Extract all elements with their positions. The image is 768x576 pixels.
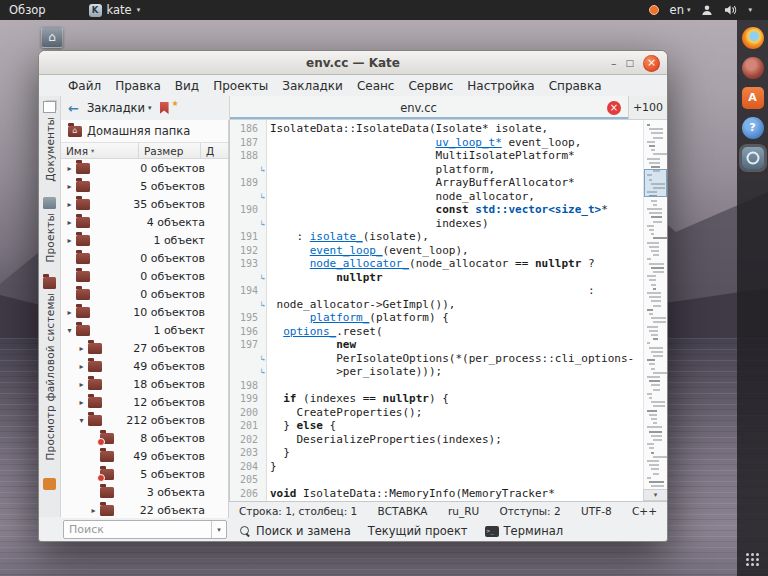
expander-icon[interactable]: ▸ [64, 164, 75, 173]
tree-row[interactable]: ▸12 объектов [61, 393, 228, 411]
menu-item[interactable]: Правка [108, 77, 168, 95]
code-line [270, 473, 643, 487]
menu-item[interactable]: Справка [542, 77, 609, 95]
tree-row[interactable]: ▸35 объектов [61, 195, 228, 213]
tab-close-icon[interactable] [607, 101, 621, 115]
settings-dock-icon[interactable] [742, 147, 764, 169]
expander-icon[interactable]: ▾ [76, 416, 87, 425]
toolview-extra-icon[interactable] [43, 478, 56, 490]
menu-item[interactable]: Проекты [206, 77, 275, 95]
menu-item[interactable]: Сеанс [350, 77, 402, 95]
tree-row[interactable]: 0 объектов [61, 285, 228, 303]
expander-icon[interactable]: ▸ [64, 308, 75, 317]
software-dock-icon[interactable] [742, 87, 764, 109]
app-menu-button[interactable]: kate ▾ [81, 0, 149, 20]
insert-mode[interactable]: ВСТАВКА [378, 505, 428, 517]
keyboard-layout-button[interactable]: en ▾ [670, 3, 691, 17]
filter-input[interactable]: Поиск [63, 520, 227, 539]
menu-item[interactable]: Сервис [401, 77, 460, 95]
tree-row[interactable]: ▸22 объекта [61, 501, 228, 518]
bookmarks-menu-button[interactable]: Закладки ▾ [87, 101, 152, 115]
tab-overflow-button[interactable]: +100 [629, 96, 667, 119]
expander-icon[interactable]: ▸ [64, 182, 75, 191]
desktop-home-icon[interactable] [41, 27, 63, 48]
code-area[interactable]: IsolateData::IsolateData(Isolate* isolat… [267, 120, 643, 501]
highlight-mode[interactable]: C++ [632, 505, 657, 517]
menu-item[interactable]: Настройка [460, 77, 541, 95]
minimap-line [649, 162, 660, 164]
editor[interactable]: 186187188↳189↳190↳191192193↳194↳19519619… [229, 120, 667, 501]
tree-row[interactable]: ▸1 объект [61, 231, 228, 249]
maximize-button[interactable]: □ [625, 59, 634, 68]
minimap-line [647, 376, 660, 378]
current-project-label: Текущий проект [368, 524, 468, 538]
tree-row[interactable]: ▾212 объектов [61, 411, 228, 429]
user-icon[interactable] [701, 4, 713, 16]
tree-row[interactable]: 0 объектов [61, 249, 228, 267]
activities-button[interactable]: Обзор [0, 0, 55, 20]
expander-icon[interactable]: ▸ [88, 506, 99, 515]
expander-icon[interactable]: ▸ [64, 236, 75, 245]
tree-row[interactable]: ▸0 объектов [61, 159, 228, 177]
tree-row[interactable]: 0 объектов [61, 267, 228, 285]
volume-icon[interactable] [724, 4, 737, 16]
tree-row[interactable]: 49 объектов [61, 447, 228, 465]
expander-icon[interactable]: ▸ [76, 362, 87, 371]
show-apps-icon[interactable] [746, 553, 760, 567]
column-name[interactable]: Имя▾ [61, 143, 139, 158]
item-size: 49 объектов [102, 360, 228, 373]
expander-icon[interactable]: ▸ [76, 380, 87, 389]
tree-row[interactable]: ▾1 объект [61, 321, 228, 339]
current-project-button[interactable]: Текущий проект [368, 524, 468, 538]
tree-row[interactable]: 5 объектов [61, 465, 228, 483]
titlebar[interactable]: env.cc — Kate – □ [39, 51, 667, 75]
menu-item[interactable]: Файл [61, 77, 108, 95]
line-number: 191 [230, 230, 266, 244]
expander-icon[interactable]: ▸ [64, 200, 75, 209]
help-dock-icon[interactable] [742, 117, 764, 139]
bookmark-star-icon: ★ [172, 99, 179, 108]
minimap-scrollbar[interactable] [643, 120, 667, 501]
back-icon[interactable]: ← [68, 102, 79, 115]
sidebar-tab-filesystem[interactable]: Просмотр файловой системы [43, 277, 56, 461]
tree-row[interactable]: ▸5 объектов [61, 177, 228, 195]
encoding[interactable]: UTF-8 [581, 505, 612, 517]
expander-icon[interactable]: ▸ [64, 218, 75, 227]
minimap-viewport[interactable] [644, 169, 667, 197]
tree-row[interactable]: ▸10 объектов [61, 303, 228, 321]
menu-item[interactable]: Вид [168, 77, 206, 95]
expander-icon[interactable]: ▾ [64, 326, 75, 335]
expander-icon[interactable]: ▸ [76, 344, 87, 353]
tree-row[interactable]: ▸18 объектов [61, 375, 228, 393]
system-menu-chevron-icon[interactable]: ▾ [748, 6, 752, 14]
sidebar-tab-documents[interactable]: Документы [43, 101, 56, 182]
tree-row[interactable]: 8 объектов [61, 429, 228, 447]
filter-dropdown-icon[interactable] [211, 521, 226, 538]
item-size: 10 объектов [90, 306, 228, 319]
column-date[interactable]: Д [201, 143, 228, 158]
code-line: } else { [270, 419, 643, 433]
minimize-button[interactable]: – [611, 58, 617, 69]
menu-item[interactable]: Закладки [275, 77, 350, 95]
browser-dock-icon[interactable] [742, 27, 764, 49]
sidebar-tab-projects[interactable]: Проекты [43, 197, 56, 263]
column-size[interactable]: Размер [139, 143, 201, 158]
document-tab[interactable]: env.cc [230, 96, 629, 119]
current-folder[interactable]: Домашняя папка [61, 120, 228, 142]
tree-row[interactable]: 3 объекта [61, 483, 228, 501]
expander-icon[interactable]: ▸ [76, 398, 87, 407]
tree-row[interactable]: ▸49 объектов [61, 357, 228, 375]
cursor-position[interactable]: Строка: 1, столбец: 1 [239, 505, 357, 517]
scroll-down-button[interactable] [643, 489, 667, 501]
mail-dock-icon[interactable] [742, 57, 764, 79]
dictionary[interactable]: ru_RU [448, 505, 479, 517]
bookmark-new-icon[interactable] [160, 102, 169, 114]
close-button[interactable] [643, 55, 660, 72]
tree-row[interactable]: ▸4 объекта [61, 213, 228, 231]
code-line: new [270, 338, 643, 352]
search-replace-button[interactable]: Поиск и замена [240, 524, 351, 538]
tree-row[interactable]: ▸27 объектов [61, 339, 228, 357]
tab-width[interactable]: Отступы: 2 [499, 505, 560, 517]
line-number: 192 [230, 244, 266, 258]
terminal-button[interactable]: Терминал [485, 524, 563, 538]
